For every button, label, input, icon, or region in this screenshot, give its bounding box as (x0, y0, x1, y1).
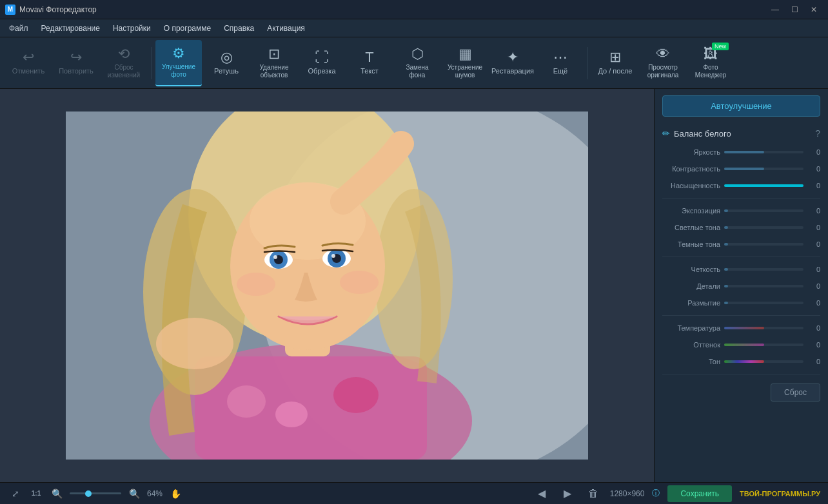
brightness-value: 0 (807, 148, 820, 156)
svg-point-22 (340, 271, 379, 294)
view-original-icon: 👁 (656, 47, 670, 61)
highlights-value: 0 (807, 224, 820, 231)
more-icon: ⋯ (553, 50, 567, 64)
pencil-icon: ✏ (662, 128, 670, 139)
text-button[interactable]: T Текст (346, 40, 393, 86)
restore-icon: ✦ (507, 50, 518, 64)
reset-button[interactable]: ⟲ Сброс изменений (101, 40, 147, 86)
remove-objects-button[interactable]: ⊡ Удаление объектов (251, 40, 297, 86)
svg-point-6 (333, 377, 379, 413)
saturation-fill (724, 184, 803, 187)
highlights-row: Светлые тона 0 (655, 219, 828, 236)
canvas-area[interactable] (0, 89, 654, 482)
details-fill (724, 285, 728, 287)
retouch-button[interactable]: ◎ Ретушь (203, 40, 250, 86)
undo-button[interactable]: ↩ Отменить (5, 40, 52, 86)
tint-label: Оттенок (662, 341, 720, 349)
highlights-slider[interactable] (724, 226, 803, 229)
undo-icon: ↩ (23, 50, 34, 64)
menu-help[interactable]: Справка (217, 21, 261, 35)
zoom-out-button[interactable]: 🔍 (49, 486, 64, 501)
fit-screen-button[interactable]: ⤢ (8, 486, 23, 501)
titlebar: M Movavi Фоторедактор — ☐ ✕ (0, 0, 828, 19)
details-slider[interactable] (724, 285, 803, 287)
maximize-button[interactable]: ☐ (785, 3, 803, 16)
contrast-slider[interactable] (724, 168, 803, 170)
crop-icon: ⛶ (315, 50, 329, 64)
enhance-icon: ⚙ (172, 46, 185, 61)
main-area: Автоулучшение ✏ Баланс белого ? Яркость … (0, 89, 828, 482)
zoom-slider[interactable] (70, 492, 121, 494)
more-button[interactable]: ⋯ Ещё (537, 40, 584, 86)
new-badge: New (712, 43, 729, 51)
photo-container (66, 111, 588, 460)
denoise-button[interactable]: ▦ Устранение шумов (442, 40, 488, 86)
toolbar: ↩ Отменить ↪ Повторить ⟲ Сброс изменений… (0, 37, 828, 89)
blur-fill (724, 302, 728, 304)
delete-button[interactable]: 🗑 (584, 485, 602, 503)
before-after-button[interactable]: ⊞ До / после (592, 40, 638, 86)
tone-value: 0 (807, 358, 820, 365)
menu-activation[interactable]: Активация (261, 21, 311, 35)
restore-button[interactable]: ✦ Реставрация (489, 40, 536, 86)
contrast-label: Контрастность (662, 165, 720, 173)
photo-manager-button[interactable]: New 🖼 Фото Менеджер (687, 40, 734, 86)
svg-point-23 (156, 318, 233, 369)
divider-3 (662, 315, 820, 316)
app-icon: M (5, 5, 15, 15)
menu-file[interactable]: Файл (3, 21, 35, 35)
contrast-row: Контрастность 0 (655, 160, 828, 177)
crop-button[interactable]: ⛶ Обрезка (299, 40, 345, 86)
help-icon[interactable]: ? (815, 128, 820, 139)
exposure-label: Экспозиция (662, 207, 720, 215)
saturation-slider[interactable] (724, 184, 803, 187)
shadows-slider[interactable] (724, 243, 803, 246)
divider-1 (662, 198, 820, 199)
replace-bg-button[interactable]: ⬡ Замена фона (394, 40, 440, 86)
details-label: Детали (662, 282, 720, 290)
tone-label: Тон (662, 358, 720, 365)
zoom-in-button[interactable]: 🔍 (126, 486, 142, 501)
sharpness-label: Четкость (662, 266, 720, 273)
remove-objects-icon: ⊡ (268, 47, 280, 61)
menu-edit[interactable]: Редактирование (35, 21, 106, 35)
text-icon: T (365, 50, 373, 64)
info-button[interactable]: ⓘ (652, 488, 660, 499)
menu-settings[interactable]: Настройки (106, 21, 157, 35)
sharpness-fill (724, 268, 728, 271)
reset-adjustments-button[interactable]: Сброс (771, 383, 820, 402)
redo-button[interactable]: ↪ Повторить (53, 40, 99, 86)
tint-slider[interactable] (724, 344, 803, 346)
redo-icon: ↪ (70, 50, 82, 64)
photo-display (66, 111, 588, 460)
contrast-fill (724, 168, 764, 170)
blur-slider[interactable] (724, 302, 803, 304)
prev-image-button[interactable]: ◀ (533, 485, 551, 503)
white-balance-header: ✏ Баланс белого ? (655, 123, 828, 144)
menu-about[interactable]: О программе (157, 21, 217, 35)
status-left: ⤢ 1:1 🔍 🔍 64% ✋ (8, 486, 183, 501)
sharpness-slider[interactable] (724, 268, 803, 271)
temperature-row: Температура 0 (655, 320, 828, 336)
minimize-button[interactable]: — (766, 3, 784, 16)
exposure-value: 0 (807, 207, 820, 215)
enhance-button[interactable]: ⚙ Улучшение фото (155, 40, 202, 86)
brightness-fill (724, 151, 764, 153)
view-original-button[interactable]: 👁 Просмотр оригинала (640, 40, 686, 86)
brightness-slider[interactable] (724, 151, 803, 153)
tint-fill (724, 344, 764, 346)
actual-size-button[interactable]: 1:1 (28, 486, 44, 501)
toolbar-sep-2 (587, 47, 588, 79)
hand-tool-button[interactable]: ✋ (168, 486, 183, 501)
save-button[interactable]: Сохранить (667, 485, 732, 502)
temperature-slider[interactable] (724, 327, 803, 329)
tone-slider[interactable] (724, 360, 803, 363)
white-balance-title: Баланс белого (674, 129, 731, 139)
close-button[interactable]: ✕ (805, 3, 823, 16)
svg-point-20 (331, 254, 335, 258)
next-image-button[interactable]: ▶ (558, 485, 577, 503)
tone-fill (724, 360, 764, 363)
zoom-handle[interactable] (85, 490, 92, 497)
exposure-slider[interactable] (724, 209, 803, 212)
auto-enhance-button[interactable]: Автоулучшение (662, 95, 820, 117)
